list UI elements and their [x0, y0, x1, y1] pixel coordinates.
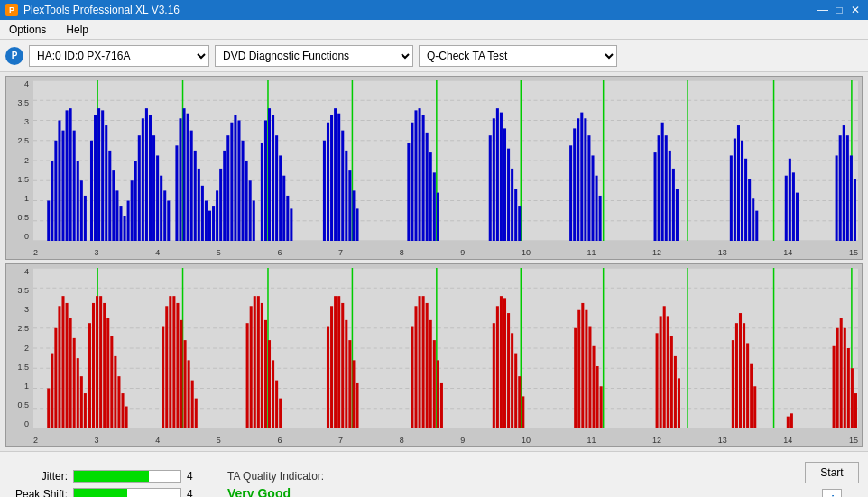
svg-rect-201	[330, 306, 333, 428]
svg-rect-120	[661, 123, 664, 241]
svg-rect-48	[190, 131, 193, 241]
x-label: 5	[217, 436, 221, 445]
svg-rect-191	[254, 296, 256, 428]
title-bar-controls[interactable]: — □ ✕	[816, 3, 863, 17]
svg-rect-102	[503, 128, 506, 241]
svg-rect-179	[165, 306, 168, 428]
drive-select[interactable]: HA:0 ID:0 PX-716A	[29, 45, 209, 67]
svg-rect-42	[167, 201, 170, 242]
x-label: 7	[338, 436, 343, 445]
y-label-0: 0	[24, 233, 29, 241]
menu-help[interactable]: Help	[60, 22, 94, 38]
svg-rect-248	[735, 323, 738, 428]
menu-options[interactable]: Options	[4, 22, 51, 38]
svg-rect-89	[411, 123, 413, 241]
svg-rect-166	[88, 323, 91, 428]
svg-rect-115	[596, 176, 598, 241]
svg-rect-131	[748, 179, 751, 241]
x-label: 5	[217, 248, 221, 257]
y-label-4: 4	[24, 80, 29, 88]
svg-rect-26	[108, 151, 111, 241]
svg-rect-118	[654, 152, 657, 241]
svg-rect-79	[330, 115, 333, 241]
svg-rect-251	[746, 343, 749, 428]
svg-rect-57	[223, 151, 226, 241]
svg-rect-136	[792, 172, 795, 241]
y-label-1: 1	[24, 382, 29, 391]
svg-rect-16	[73, 131, 76, 241]
x-label: 6	[277, 436, 282, 445]
svg-rect-143	[850, 155, 853, 241]
x-label: 12	[652, 248, 661, 257]
svg-rect-127	[734, 139, 736, 241]
minimize-button[interactable]: —	[816, 3, 830, 17]
x-label: 15	[849, 248, 858, 257]
bottom-chart-inner	[33, 268, 858, 428]
x-label: 3	[95, 248, 99, 257]
svg-rect-58	[226, 135, 229, 241]
svg-rect-105	[514, 189, 517, 241]
menu-bar: Options Help	[0, 20, 868, 40]
svg-rect-214	[426, 303, 429, 428]
function-select[interactable]: DVD Diagnostic Functions	[215, 45, 413, 67]
svg-rect-121	[665, 135, 668, 241]
ta-quality-section: TA Quality Indicator: Very Good	[227, 470, 324, 497]
svg-rect-206	[348, 340, 351, 428]
svg-rect-208	[356, 383, 358, 428]
svg-rect-144	[854, 179, 856, 241]
top-chart-x-axis: 2 3 4 5 6 7 8 9 10 11 12 13 14 15	[33, 248, 858, 257]
jitter-value: 4	[187, 470, 200, 483]
y-label-25: 2.5	[17, 325, 29, 333]
svg-rect-161	[73, 338, 76, 428]
x-label: 2	[33, 436, 38, 445]
svg-rect-198	[279, 399, 282, 428]
svg-rect-234	[588, 327, 591, 428]
svg-rect-164	[84, 393, 87, 428]
svg-rect-112	[584, 118, 586, 241]
x-label: 4	[155, 248, 160, 257]
svg-rect-157	[58, 306, 60, 428]
svg-rect-70	[272, 115, 274, 241]
test-select[interactable]: Q-Check TA Test	[419, 45, 617, 67]
x-label: 12	[652, 436, 661, 445]
svg-rect-230	[574, 328, 577, 428]
svg-rect-21	[90, 141, 93, 241]
svg-rect-17	[77, 161, 79, 241]
svg-rect-126	[730, 155, 733, 241]
app-icon: P	[5, 4, 18, 16]
svg-rect-60	[234, 115, 236, 241]
svg-rect-88	[407, 143, 410, 241]
svg-rect-163	[80, 376, 83, 428]
svg-rect-81	[337, 114, 340, 241]
svg-rect-223	[503, 298, 506, 428]
svg-rect-195	[268, 340, 271, 428]
svg-rect-15	[69, 108, 72, 241]
svg-rect-75	[290, 208, 292, 241]
svg-rect-237	[600, 386, 603, 428]
svg-rect-243	[670, 336, 673, 428]
svg-rect-262	[851, 368, 854, 428]
svg-rect-257	[833, 346, 836, 428]
svg-rect-129	[741, 141, 743, 241]
app-title: PlexTools Professional XL V3.16	[23, 4, 180, 16]
svg-rect-254	[787, 417, 790, 428]
start-button[interactable]: Start	[805, 462, 859, 483]
svg-rect-235	[592, 346, 595, 428]
svg-rect-13	[61, 131, 64, 241]
svg-rect-132	[752, 198, 754, 241]
x-label: 8	[400, 436, 404, 445]
svg-rect-35	[142, 118, 144, 241]
svg-rect-36	[145, 108, 148, 241]
info-icon[interactable]: i	[822, 489, 842, 497]
svg-rect-90	[414, 110, 417, 241]
x-label: 2	[33, 248, 38, 257]
svg-rect-178	[162, 327, 164, 428]
maximize-button[interactable]: □	[832, 3, 846, 17]
bottom-chart: 4 3.5 3 2.5 2 1.5 1 0.5 0	[5, 263, 863, 447]
close-button[interactable]: ✕	[848, 3, 863, 17]
jitter-label: Jitter:	[9, 470, 68, 483]
svg-rect-225	[511, 333, 513, 428]
svg-rect-218	[440, 383, 443, 428]
svg-rect-155	[51, 354, 53, 428]
svg-rect-182	[176, 303, 179, 428]
